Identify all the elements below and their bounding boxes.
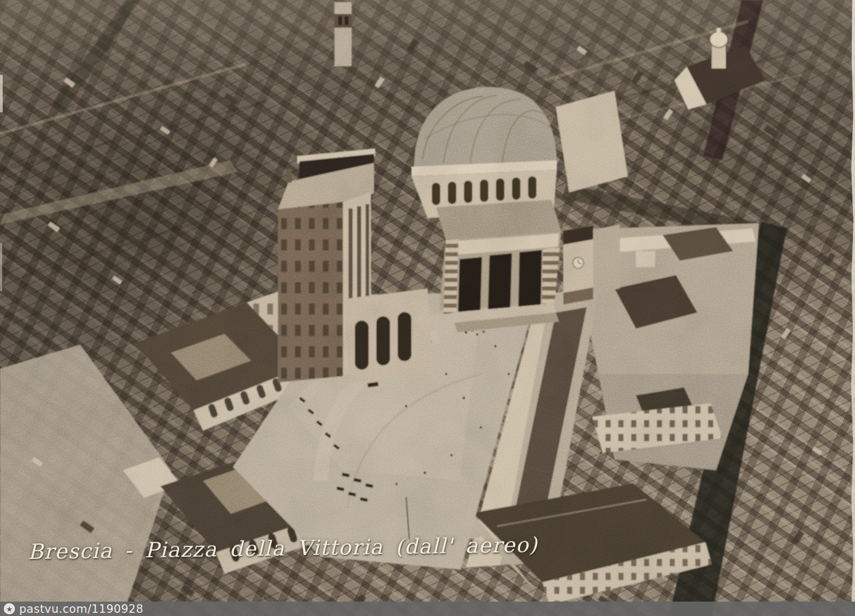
scan-edge-mark xyxy=(0,75,3,112)
scan-edge-mark xyxy=(0,243,2,291)
aerial-scene xyxy=(0,0,855,616)
postcard-photo: Brescia - Piazza della Vittoria (dall' a… xyxy=(0,0,855,616)
post-office xyxy=(436,200,561,332)
tower-arcade xyxy=(343,288,434,383)
star-icon xyxy=(4,603,15,614)
campanile-tower xyxy=(335,2,352,66)
watermark-text: pastvu.com/1190928 xyxy=(19,603,143,615)
watermark-bar: pastvu.com/1190928 xyxy=(0,602,855,616)
